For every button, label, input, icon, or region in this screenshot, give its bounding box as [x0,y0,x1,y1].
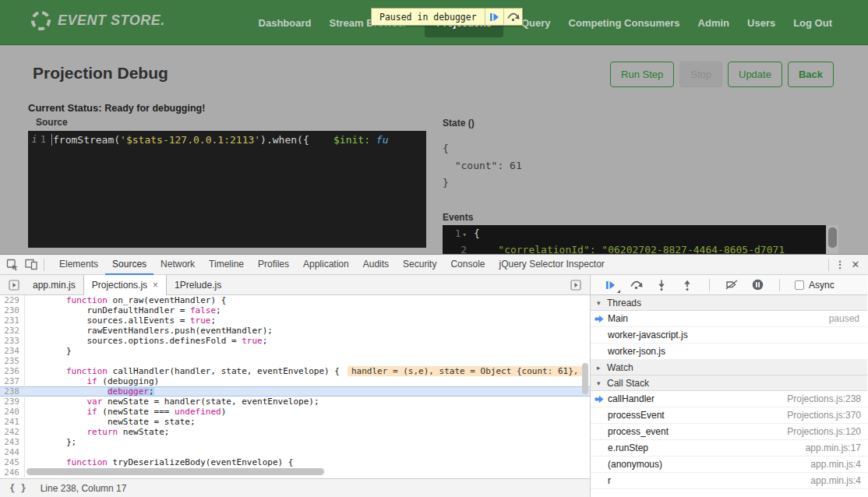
deactivate-breakpoints-icon[interactable] [725,278,739,292]
pause-on-exceptions-icon[interactable] [750,278,764,292]
thread-row[interactable]: worker-javascript.js [591,327,867,344]
close-tab-icon[interactable]: × [153,280,158,291]
async-checkbox[interactable]: Async [795,280,834,291]
file-tab-projections-js[interactable]: Projections.js× [83,275,167,295]
tab-profiles[interactable]: Profiles [251,255,296,275]
code-line-text: newState = state; [25,417,590,427]
line-number[interactable]: 235 [0,356,25,366]
checkbox-icon[interactable] [795,280,804,290]
tab-audits[interactable]: Audits [356,255,396,275]
line-number[interactable]: 241 [0,417,25,427]
update-button[interactable]: Update [728,62,782,87]
code-token [25,386,108,397]
thread-name: worker-javascript.js [608,330,688,340]
line-number[interactable]: 242 [0,427,25,437]
file-tab-bar: app.min.jsProjections.js×1Prelude.js [0,275,590,295]
devtools-close-icon[interactable]: ✕ [848,259,863,270]
line-number[interactable]: 229 [0,295,25,305]
section-header-call-stack[interactable]: ▾Call Stack [591,375,867,391]
horizontal-scrollbar-thumb[interactable] [26,468,324,475]
call-stack-frame[interactable]: (anonymous)app.min.js:4 [591,456,867,473]
code-editor[interactable]: 229 function on_raw(eventHandler) {230 r… [0,295,590,478]
back-button[interactable]: Back [788,62,834,87]
thread-row[interactable]: Mainpaused [591,311,867,327]
source-token: fu [370,134,388,146]
code-token: ; [216,305,221,315]
nav-item-users[interactable]: Users [747,17,775,29]
events-editor[interactable]: 1▾{2 "correlationId": "06202702-8827-446… [443,225,826,254]
tab-security[interactable]: Security [396,255,443,275]
nav-item-competing-consumers[interactable]: Competing Consumers [569,17,680,29]
fold-arrow-icon[interactable]: ▾ [463,231,467,238]
tab-sources[interactable]: Sources [105,255,153,275]
events-scrollbar[interactable] [827,225,838,254]
show-navigator-icon[interactable] [5,276,23,294]
line-number[interactable]: 231 [0,315,25,326]
code-line-231: 231 sources.allEvents = true; [0,315,590,326]
code-line-text: rawEventHandlers.push(eventHandler); [25,326,590,336]
info-icon: i [32,134,37,145]
tab-console[interactable]: Console [443,255,492,275]
events-scrollbar-thumb[interactable] [828,227,837,248]
collapse-icon: ▾ [597,299,605,307]
line-number[interactable]: 240 [0,407,25,417]
resume-icon[interactable] [603,278,617,292]
line-number[interactable]: 245 [0,457,25,467]
tab-timeline[interactable]: Timeline [202,255,251,275]
nav-item-query[interactable]: Query [521,17,551,29]
line-number[interactable]: 239 [0,397,25,407]
file-tab-1prelude-js[interactable]: 1Prelude.js [167,275,229,294]
state-json-line: { [443,140,522,157]
line-number[interactable]: 238 [0,386,25,397]
file-tab-app-min-js[interactable]: app.min.js [25,275,83,294]
devtools-menu-icon[interactable]: ⋮ [832,259,848,270]
source-code-editor[interactable]: i1 fromStream('$stats-127.0.0.1:2113').w… [28,131,426,248]
tab-network[interactable]: Network [153,255,202,275]
line-number[interactable]: 243 [0,437,25,447]
call-stack-frame[interactable]: process_eventProjections.js:120 [591,424,867,440]
devtools-tabs: ElementsSourcesNetworkTimelineProfilesAp… [52,255,612,275]
call-stack-frame[interactable]: processEventProjections.js:370 [591,407,867,424]
nav-item-log-out[interactable]: Log Out [793,17,832,29]
line-number[interactable]: 233 [0,336,25,346]
line-number[interactable]: 237 [0,376,25,386]
call-stack-frame[interactable]: rapp.min.js:4 [591,473,867,489]
line-number[interactable]: 244 [0,447,25,457]
pretty-print-icon[interactable]: { } [9,483,26,494]
call-stack-frame[interactable]: e.runStepapp.min.js:17 [591,440,867,456]
tab-application[interactable]: Application [296,255,356,275]
step-over-button[interactable] [503,9,522,25]
code-line-text: function on_raw(eventHandler) { [25,295,590,305]
nav-item-dashboard[interactable]: Dashboard [259,17,312,29]
section-header-watch[interactable]: ▸Watch [591,360,867,375]
call-stack-frame[interactable]: callHandlerProjections.js:238 [591,391,867,407]
code-token: function [66,366,108,376]
frame-function-name: callHandler [608,393,655,404]
line-number[interactable]: 230 [0,305,25,315]
tab-jquery-selector-inspector[interactable]: jQuery Selector Inspector [492,255,611,275]
step-over-icon[interactable] [629,278,643,292]
code-token: on_raw(eventHandler) { [108,295,226,305]
run-step-button[interactable]: Run Step [610,62,674,87]
inspect-element-icon[interactable] [3,256,22,274]
line-number[interactable]: 246 [0,467,25,478]
code-token: var [86,397,102,407]
line-number[interactable]: 234 [0,346,25,356]
line-number[interactable]: 232 [0,326,25,336]
section-header-threads[interactable]: ▾Threads [591,295,867,311]
thread-row[interactable]: worker-json.js [591,344,867,360]
vertical-scrollbar-thumb[interactable] [582,363,588,394]
code-token: newState; [118,427,169,437]
step-out-icon[interactable] [680,278,694,292]
nav-item-admin[interactable]: Admin [698,17,729,29]
device-toolbar-icon[interactable] [22,256,41,274]
event-store-logo[interactable]: EVENT STORE. [31,11,165,30]
frame-location: app.min.js:4 [810,475,861,486]
open-file-panel-icon[interactable] [566,276,585,294]
tab-elements[interactable]: Elements [52,255,105,275]
step-into-icon[interactable] [655,278,669,292]
line-number[interactable]: 236 [0,366,25,376]
resume-script-button[interactable] [485,9,503,25]
nav-menu: DashboardStream BrowserProjectionsQueryC… [259,0,832,45]
code-line-239: 239 var newState = handler(state, eventE… [0,397,590,407]
